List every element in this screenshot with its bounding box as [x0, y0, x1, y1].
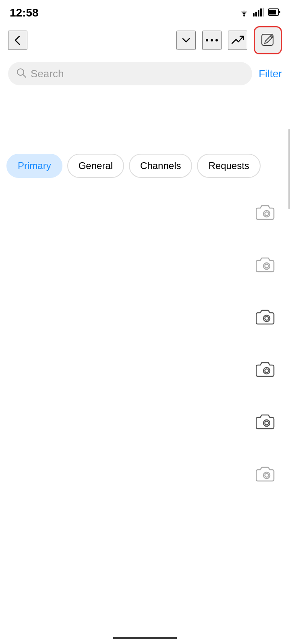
svg-rect-2 — [255, 12, 257, 17]
search-placeholder: Search — [31, 68, 244, 80]
tab-requests[interactable]: Requests — [197, 154, 260, 178]
camera-icon — [255, 358, 278, 380]
svg-rect-7 — [279, 11, 280, 13]
svg-point-22 — [265, 369, 269, 373]
tab-general[interactable]: General — [67, 154, 124, 178]
camera-icon — [255, 462, 278, 485]
camera-icon — [255, 201, 278, 223]
svg-line-14 — [23, 74, 26, 77]
search-bar[interactable]: Search — [8, 62, 252, 85]
svg-rect-1 — [253, 13, 255, 17]
list-item — [0, 291, 290, 343]
svg-rect-5 — [263, 8, 264, 17]
trending-button[interactable] — [228, 31, 247, 50]
svg-point-9 — [206, 39, 208, 41]
svg-point-24 — [265, 421, 269, 425]
search-container: Search Filter — [0, 58, 290, 89]
battery-icon — [268, 8, 280, 18]
back-button[interactable] — [8, 31, 27, 50]
svg-point-10 — [211, 39, 213, 41]
svg-rect-3 — [258, 10, 259, 17]
compose-button[interactable] — [254, 26, 282, 54]
list-item — [0, 343, 290, 395]
svg-rect-8 — [269, 10, 276, 14]
list-item — [0, 186, 290, 238]
dropdown-button[interactable] — [176, 31, 196, 50]
svg-point-0 — [243, 15, 245, 17]
camera-icon — [255, 410, 278, 433]
tab-primary[interactable]: Primary — [6, 154, 62, 178]
nav-left — [8, 31, 27, 50]
camera-list — [0, 186, 290, 500]
more-options-button[interactable] — [202, 31, 222, 50]
svg-point-20 — [265, 317, 269, 320]
list-item — [0, 395, 290, 448]
search-icon — [16, 68, 27, 80]
home-indicator — [113, 637, 177, 639]
tab-bar: Primary General Channels Requests — [0, 146, 290, 186]
tab-channels[interactable]: Channels — [129, 154, 192, 178]
wifi-icon — [238, 8, 250, 18]
scrollbar-indicator — [288, 129, 290, 209]
list-item — [0, 238, 290, 291]
svg-point-11 — [215, 39, 218, 41]
nav-right — [176, 26, 282, 54]
filter-button[interactable]: Filter — [259, 68, 282, 80]
svg-point-18 — [265, 264, 269, 268]
camera-icon — [255, 305, 278, 328]
svg-point-16 — [265, 212, 269, 216]
status-time: 12:58 — [10, 6, 39, 19]
camera-icon — [255, 253, 278, 276]
svg-rect-4 — [260, 8, 262, 17]
status-icons — [238, 8, 280, 18]
signal-icon — [253, 8, 265, 18]
status-bar: 12:58 — [0, 0, 290, 24]
nav-bar — [0, 24, 290, 56]
svg-point-26 — [265, 474, 269, 477]
list-item — [0, 448, 290, 500]
